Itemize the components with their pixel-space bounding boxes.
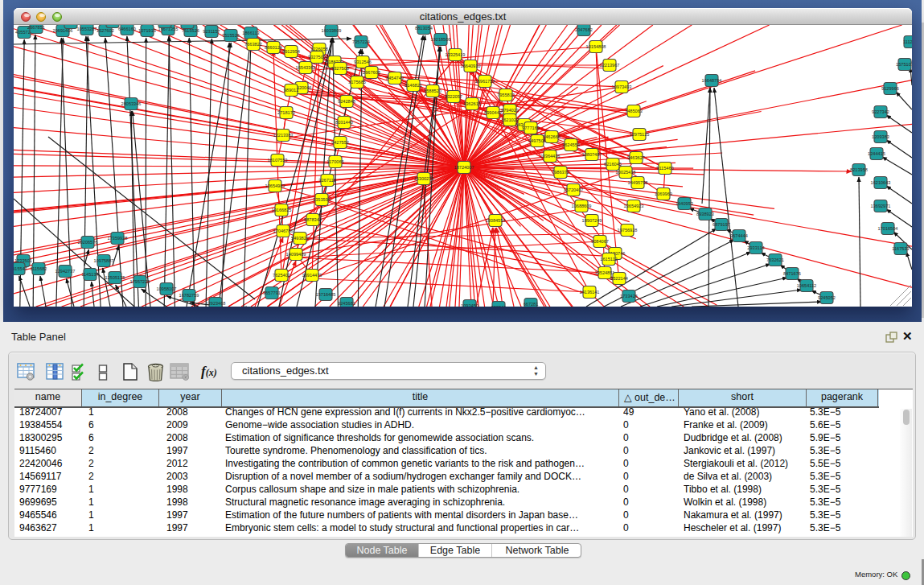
svg-text:18724007: 18724007 <box>454 165 474 170</box>
svg-text:9129966: 9129966 <box>881 86 899 91</box>
svg-text:14495798: 14495798 <box>628 180 648 185</box>
svg-text:17046786: 17046786 <box>273 229 294 233</box>
svg-text:1145134: 1145134 <box>81 272 98 277</box>
svg-text:3267110: 3267110 <box>318 178 335 183</box>
svg-text:7485063: 7485063 <box>625 109 643 113</box>
svg-text:15300275: 15300275 <box>414 176 434 181</box>
svg-text:9245681: 9245681 <box>338 301 355 306</box>
svg-text:3175685: 3175685 <box>348 80 366 84</box>
svg-text:1733426: 1733426 <box>620 294 638 299</box>
svg-text:9777169: 9777169 <box>522 126 540 130</box>
svg-text:16782759: 16782759 <box>179 293 199 298</box>
svg-text:15716485: 15716485 <box>316 292 336 297</box>
svg-text:7462666: 7462666 <box>543 134 561 139</box>
svg-text:14136141: 14136141 <box>580 290 600 295</box>
svg-text:1115682: 1115682 <box>31 266 47 271</box>
svg-text:9327508: 9327508 <box>331 66 349 71</box>
svg-text:16914479: 16914479 <box>302 273 322 278</box>
svg-text:9231157: 9231157 <box>203 29 220 34</box>
svg-text:982341: 982341 <box>491 305 507 307</box>
svg-text:1244415: 1244415 <box>868 151 885 156</box>
svg-text:5878342: 5878342 <box>304 217 322 222</box>
svg-text:9327509: 9327509 <box>308 55 326 60</box>
svg-text:7515526: 7515526 <box>222 33 240 38</box>
svg-text:15720407: 15720407 <box>564 187 584 192</box>
svg-text:10654983: 10654983 <box>265 183 285 188</box>
svg-text:20364436: 20364436 <box>540 154 561 159</box>
svg-text:12213383: 12213383 <box>273 133 294 138</box>
svg-text:17359928: 17359928 <box>108 236 128 241</box>
svg-text:16210643: 16210643 <box>871 180 891 185</box>
svg-text:12213967: 12213967 <box>600 63 620 68</box>
svg-text:1866113: 1866113 <box>242 31 259 35</box>
svg-text:16961758: 16961758 <box>475 79 495 84</box>
svg-text:8031440: 8031440 <box>335 120 353 125</box>
svg-text:9084067: 9084067 <box>591 239 609 244</box>
svg-text:2718170: 2718170 <box>277 110 295 115</box>
svg-text:9794023: 9794023 <box>501 108 519 113</box>
svg-text:111274: 111274 <box>903 39 912 44</box>
svg-text:1170065: 1170065 <box>326 159 343 164</box>
svg-text:12505135: 12505135 <box>105 275 125 280</box>
svg-text:16543362: 16543362 <box>296 65 316 70</box>
svg-text:5493822: 5493822 <box>291 236 309 241</box>
svg-text:10025438: 10025438 <box>616 170 636 175</box>
svg-text:19166825: 19166825 <box>272 208 292 212</box>
svg-text:10654112: 10654112 <box>797 283 816 288</box>
svg-text:13524851: 13524851 <box>595 270 615 275</box>
svg-text:8912954: 8912954 <box>282 49 300 54</box>
svg-text:8813054: 8813054 <box>415 26 433 31</box>
svg-text:7955812: 7955812 <box>497 93 515 97</box>
svg-text:9312546: 9312546 <box>354 60 372 64</box>
svg-text:9115460: 9115460 <box>656 166 673 171</box>
svg-text:8471676: 8471676 <box>783 271 801 276</box>
svg-text:8660124: 8660124 <box>265 45 282 50</box>
svg-text:10973493: 10973493 <box>612 84 632 89</box>
svg-text:7986372: 7986372 <box>552 170 569 175</box>
svg-text:13325419: 13325419 <box>446 52 466 57</box>
svg-text:9245052: 9245052 <box>818 295 836 300</box>
svg-text:18907249: 18907249 <box>582 218 602 223</box>
svg-text:7625402: 7625402 <box>273 273 290 278</box>
svg-text:20206576: 20206576 <box>78 240 98 245</box>
svg-text:12923468: 12923468 <box>206 301 226 306</box>
svg-text:9463627: 9463627 <box>627 155 645 160</box>
svg-text:2933114: 2933114 <box>747 245 764 250</box>
svg-text:10958107: 10958107 <box>157 286 177 291</box>
svg-text:1209383: 1209383 <box>872 134 889 139</box>
svg-text:17016504: 17016504 <box>878 226 898 231</box>
svg-text:1575107: 1575107 <box>896 62 912 67</box>
svg-text:1092450: 1092450 <box>461 303 478 307</box>
svg-text:7663822: 7663822 <box>244 42 262 47</box>
svg-text:28053346: 28053346 <box>121 101 142 106</box>
svg-text:19384554: 19384554 <box>486 218 506 223</box>
svg-text:9674444: 9674444 <box>730 233 748 238</box>
svg-text:9227342: 9227342 <box>872 109 889 114</box>
svg-text:1167533: 1167533 <box>892 246 909 251</box>
svg-text:9657791: 9657791 <box>263 290 281 295</box>
svg-text:8213958: 8213958 <box>850 167 868 172</box>
svg-text:989012: 989012 <box>284 88 299 93</box>
svg-text:9427552: 9427552 <box>331 140 349 145</box>
svg-text:7357224: 7357224 <box>352 39 370 44</box>
svg-text:8938923: 8938923 <box>696 212 714 216</box>
svg-text:13692971: 13692971 <box>871 204 891 208</box>
svg-text:3915547: 3915547 <box>14 266 27 271</box>
svg-text:3624554: 3624554 <box>562 142 580 147</box>
svg-text:1071915: 1071915 <box>138 28 156 33</box>
svg-text:16648794: 16648794 <box>702 78 722 83</box>
svg-text:9242848: 9242848 <box>338 99 355 104</box>
svg-text:2522144: 2522144 <box>610 276 628 281</box>
svg-text:1069969: 1069969 <box>655 192 672 196</box>
svg-text:7632621: 7632621 <box>766 257 784 262</box>
svg-text:10553287: 10553287 <box>77 27 97 31</box>
svg-text:18107553: 18107553 <box>268 158 288 163</box>
svg-text:16640910: 16640910 <box>461 64 481 68</box>
svg-text:6879197: 6879197 <box>713 222 730 227</box>
svg-text:19218506: 19218506 <box>431 37 451 42</box>
svg-text:17957225: 17957225 <box>130 279 150 284</box>
svg-text:8454749: 8454749 <box>386 76 404 80</box>
svg-text:19756928: 19756928 <box>618 228 638 233</box>
svg-text:10975887: 10975887 <box>94 258 114 263</box>
svg-text:16033809: 16033809 <box>322 28 342 33</box>
